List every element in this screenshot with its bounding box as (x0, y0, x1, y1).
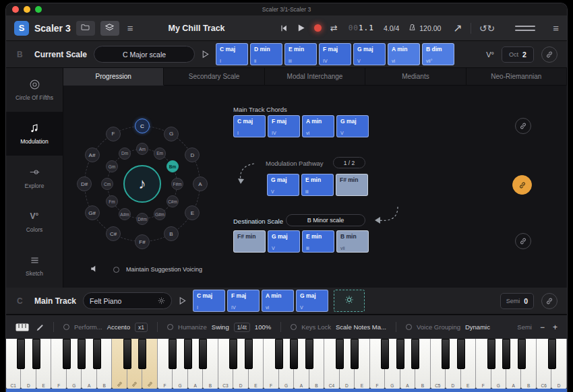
play-button[interactable] (297, 24, 305, 32)
cof-note-C#m[interactable]: C#m (167, 195, 179, 207)
cof-note-G#m[interactable]: G#m (154, 208, 166, 220)
settings-menu-icon[interactable]: ≡ (553, 22, 559, 34)
sidebar-item-colors[interactable]: V°Colors (6, 200, 63, 244)
piano-key-black-5[interactable] (93, 339, 101, 369)
semitone-control[interactable]: Semi 0 (500, 293, 534, 309)
cof-note-A#m[interactable]: A#m (119, 208, 131, 220)
cof-note-A[interactable]: A (193, 176, 208, 191)
cof-note-Am[interactable]: Am (136, 143, 148, 155)
preset-browser-button[interactable] (76, 21, 95, 36)
piano-key-black-7[interactable] (123, 339, 131, 369)
redo-icon[interactable]: ↻ (487, 23, 495, 34)
chord-tile-c-maj[interactable]: C majI (233, 115, 266, 137)
cof-center-button[interactable]: ♪ (123, 165, 161, 203)
link-icon-active[interactable] (512, 175, 532, 195)
voice-grouping-group[interactable]: Voice Grouping Dynamic (406, 323, 490, 331)
cof-note-G#[interactable]: G# (85, 205, 100, 220)
humanize-value[interactable]: Swing (212, 323, 229, 331)
chord-tile-f#-min[interactable]: F# min (336, 174, 368, 196)
speaker-icon[interactable] (90, 263, 98, 275)
chord-tile-g-maj[interactable]: G majV (336, 115, 369, 137)
cof-note-F#[interactable]: F# (135, 234, 150, 249)
tab-progression[interactable]: Progression (63, 68, 164, 86)
voicing-mode-icon[interactable]: V° (486, 51, 494, 59)
piano-key-black-14[interactable] (229, 339, 237, 369)
piano-key-black-10[interactable] (169, 339, 177, 369)
chord-tile-a-min[interactable]: A minvi (302, 115, 334, 137)
piano-key-black-33[interactable] (518, 339, 526, 369)
chord-tile-f-maj[interactable]: F majIV (319, 43, 351, 65)
chord-tile-a-min[interactable]: A minvi (262, 290, 294, 312)
cof-note-Fm[interactable]: Fm (106, 195, 118, 207)
piano-key-black-31[interactable] (487, 339, 495, 369)
piano-key-black-17[interactable] (275, 339, 283, 369)
cof-note-Em[interactable]: Em (154, 148, 166, 160)
keyboard-icon[interactable] (16, 323, 29, 331)
perform-multiplier[interactable]: x1 (135, 323, 148, 332)
chord-tile-g-maj[interactable]: G majV (267, 174, 299, 196)
chord-tile-f-maj[interactable]: F majIV (268, 115, 300, 137)
session-menu-icon[interactable]: ≡ (127, 22, 133, 34)
semi-minus-button[interactable]: − (540, 323, 545, 332)
piano-key-black-22[interactable] (351, 339, 359, 369)
instrument-selector[interactable]: Felt Piano (83, 292, 172, 309)
piano-key-black-25[interactable] (396, 339, 404, 369)
chord-tile-b-min[interactable]: B minvii (336, 230, 369, 253)
tab-mediants[interactable]: Mediants (365, 68, 466, 86)
cof-note-B[interactable]: B (164, 226, 179, 241)
chord-tile-g-maj[interactable]: G majV (353, 43, 386, 65)
gear-icon[interactable] (158, 297, 165, 304)
export-arrow-icon[interactable]: ↗ (453, 22, 462, 34)
link-icon[interactable] (541, 293, 557, 309)
piano-key-black-26[interactable] (411, 339, 419, 369)
cof-note-C#[interactable]: C# (106, 226, 121, 241)
multi-view-button[interactable] (100, 21, 119, 36)
sidebar-item-modulation[interactable]: Modulation (6, 112, 63, 156)
play-track-button[interactable] (178, 296, 187, 305)
piano-key-black-1[interactable] (32, 339, 40, 369)
tab-secondary-scale[interactable]: Secondary Scale (164, 68, 264, 86)
humanize-rate[interactable]: 1/4t (234, 323, 250, 332)
piano-key-black-19[interactable] (305, 339, 313, 369)
undo-icon[interactable]: ↺ (479, 23, 487, 34)
chord-tile-e-min[interactable]: E miniii (301, 174, 334, 196)
keys-lock-group[interactable]: Keys Lock Scale Notes Ma... (291, 323, 386, 331)
humanize-radio[interactable] (167, 324, 173, 330)
cof-note-D#[interactable]: D# (77, 176, 92, 191)
chord-tile-f-maj[interactable]: F majIV (227, 290, 260, 312)
destination-scale-selector[interactable]: B Minor scale (286, 214, 365, 226)
keyboard-range-strip[interactable] (6, 389, 567, 392)
humanize-group[interactable]: Humanize Swing 1/4t 100% (167, 323, 271, 332)
time-signature[interactable]: 4.0/4 (384, 24, 399, 32)
cof-note-D#m[interactable]: D#m (136, 213, 148, 225)
sidebar-item-sketch[interactable]: Sketch (6, 244, 63, 288)
piano-key-black-0[interactable] (17, 339, 25, 369)
voice-grouping-radio[interactable] (406, 324, 412, 330)
keys-lock-radio[interactable] (291, 324, 297, 330)
piano-key-black-24[interactable] (381, 339, 389, 369)
chord-tile-c-maj[interactable]: C majI (193, 290, 225, 312)
cof-note-Gm[interactable]: Gm (106, 160, 118, 172)
piano-key-black-29[interactable] (457, 339, 465, 369)
performance-lines-icon[interactable] (515, 26, 535, 31)
piano-key-black-18[interactable] (290, 339, 298, 369)
chord-tile-e-min[interactable]: E miniii (284, 43, 317, 65)
cof-note-C[interactable]: C (135, 119, 150, 133)
keys-lock-value[interactable]: Scale Notes Ma... (336, 323, 386, 331)
play-scale-button[interactable] (201, 50, 210, 59)
tempo-control[interactable]: 120.00 (409, 24, 441, 32)
cof-note-Bm[interactable]: Bm (167, 160, 179, 172)
piano-key-black-11[interactable] (184, 339, 192, 369)
sidebar-item-explore[interactable]: Explore (6, 156, 63, 199)
brush-icon[interactable] (36, 323, 44, 331)
cof-note-D[interactable]: D (185, 148, 200, 162)
cof-note-E[interactable]: E (185, 205, 200, 220)
tab-modal-interchange[interactable]: Modal Interchange (265, 68, 365, 86)
suggestion-slot[interactable] (334, 290, 365, 312)
piano-key-black-12[interactable] (199, 339, 207, 369)
scale-selector[interactable]: C Major scale (94, 46, 195, 63)
cof-note-Cm[interactable]: Cm (101, 178, 113, 190)
chord-tile-a-min[interactable]: A minvi (388, 43, 420, 65)
octave-control[interactable]: Oct 2 (502, 46, 534, 63)
perform-radio[interactable] (63, 324, 69, 330)
